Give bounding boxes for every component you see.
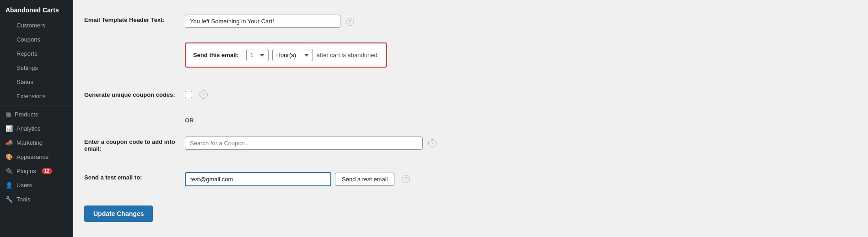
sidebar-item-extensions[interactable]: Extensions [0, 89, 73, 103]
generate-coupon-controls: ? [185, 90, 208, 99]
sidebar: Abandoned Carts Customers Coupons Report… [0, 0, 73, 237]
test-email-label: Send a test email to: [84, 172, 185, 181]
sidebar-item-products[interactable]: ▦ Products [0, 107, 73, 121]
generate-coupon-label: Generate unique coupon codes: [84, 90, 185, 100]
test-email-row: Send a test email to: Send a test email … [84, 167, 857, 192]
test-email-control: Send a test email ? [185, 172, 857, 186]
sidebar-item-tools[interactable]: 🔧 Tools [0, 192, 73, 206]
email-template-label: Email Template Header Text: [84, 15, 185, 23]
sidebar-item-label: Status [16, 79, 33, 85]
form-section: Email Template Header Text: ? Send this … [84, 9, 857, 222]
users-icon: 👤 [5, 182, 13, 189]
coupon-search-label: Enter a coupon code to add into email: [84, 137, 185, 152]
sidebar-item-marketing[interactable]: 📣 Marketing [0, 136, 73, 150]
coupon-search-help-icon[interactable]: ? [428, 139, 437, 147]
update-changes-button[interactable]: Update Changes [84, 205, 153, 222]
send-email-controls: 1 2 3 6 12 24 48 Minute(s) Hour(s) Day(s… [246, 49, 379, 61]
sidebar-item-label: Users [16, 182, 32, 189]
sidebar-item-analytics[interactable]: 📊 Analytics [0, 121, 73, 136]
sidebar-title: Abandoned Carts [0, 0, 73, 18]
generate-coupon-help-icon[interactable]: ? [199, 90, 208, 99]
marketing-icon: 📣 [5, 139, 13, 146]
coupon-search-input[interactable] [185, 137, 423, 150]
sidebar-item-label: Customers [16, 22, 45, 29]
test-email-input[interactable] [185, 172, 331, 186]
email-template-control: ? [185, 15, 857, 28]
sidebar-item-label: Tools [16, 196, 30, 203]
send-test-email-button[interactable]: Send a test email [335, 173, 394, 186]
email-template-help-icon[interactable]: ? [346, 18, 354, 26]
send-email-after-text: after cart is abandoned. [317, 52, 379, 58]
sidebar-item-label: Coupons [16, 36, 40, 43]
sidebar-item-label: Reports [16, 50, 38, 57]
send-email-label: Send this email: [193, 52, 239, 58]
sidebar-item-users[interactable]: 👤 Users [0, 178, 73, 192]
sidebar-item-label: Extensions [16, 93, 46, 100]
products-icon: ▦ [5, 111, 11, 118]
generate-coupon-checkbox[interactable] [185, 91, 192, 98]
email-template-row: Email Template Header Text: ? [84, 9, 857, 33]
sidebar-item-label: Marketing [16, 139, 43, 146]
sidebar-item-plugins[interactable]: 🔌 Plugins 12 [0, 164, 73, 178]
or-divider: OR [84, 113, 857, 127]
update-changes-section: Update Changes [84, 201, 857, 222]
sidebar-item-label: Products [15, 111, 38, 118]
sidebar-divider [0, 105, 73, 105]
test-email-help-icon[interactable]: ? [402, 175, 410, 183]
email-template-input[interactable] [185, 15, 340, 28]
sidebar-item-customers[interactable]: Customers [0, 18, 73, 32]
plugins-icon: 🔌 [5, 168, 13, 174]
sidebar-item-reports[interactable]: Reports [0, 47, 73, 61]
appearance-icon: 🎨 [5, 153, 13, 160]
analytics-icon: 📊 [5, 125, 13, 132]
tools-icon: 🔧 [5, 196, 13, 203]
sidebar-item-settings[interactable]: Settings [0, 61, 73, 75]
sidebar-item-label: Appearance [16, 153, 49, 160]
send-email-section: Send this email: 1 2 3 6 12 24 48 Minute… [84, 42, 857, 77]
coupon-search-row: Enter a coupon code to add into email: ? [84, 131, 857, 158]
sidebar-item-appearance[interactable]: 🎨 Appearance [0, 150, 73, 164]
main-content: Email Template Header Text: ? Send this … [73, 0, 868, 237]
send-email-unit-select[interactable]: Minute(s) Hour(s) Day(s) [272, 49, 313, 61]
send-email-number-select[interactable]: 1 2 3 6 12 24 48 [246, 49, 269, 61]
send-email-row: Send this email: 1 2 3 6 12 24 48 Minute… [185, 42, 387, 68]
coupon-search-control: ? [185, 137, 857, 150]
generate-coupon-row: Generate unique coupon codes: ? [84, 86, 857, 104]
sidebar-item-label: Plugins [16, 168, 36, 174]
plugins-badge: 12 [42, 168, 52, 174]
sidebar-item-coupons[interactable]: Coupons [0, 32, 73, 47]
sidebar-item-status[interactable]: Status [0, 75, 73, 89]
sidebar-item-label: Settings [16, 64, 38, 71]
sidebar-item-label: Analytics [16, 125, 40, 132]
